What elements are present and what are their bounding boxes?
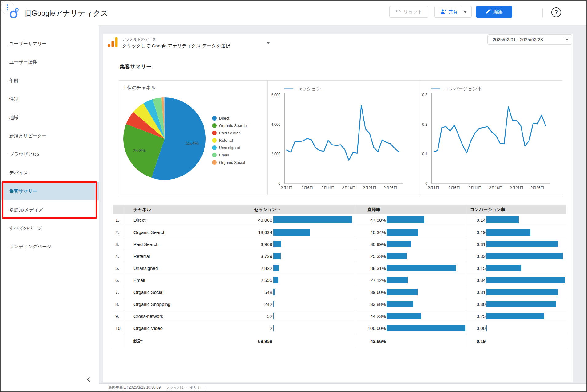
- cvr-bar: [486, 289, 558, 295]
- share-dropdown-caret[interactable]: [461, 6, 470, 17]
- y-axis-tick-label: 2,000: [271, 152, 280, 156]
- legend-dot-icon: [212, 145, 217, 150]
- legend-label: Paid Search: [219, 131, 241, 135]
- sidebar-item-acquisition-summary[interactable]: 集客サマリー: [1, 182, 99, 200]
- sessions-line-chart[interactable]: セッション02,0004,0006,0002月1日2月6日2月11日2月16日2…: [268, 81, 419, 195]
- total-sessions: 69,958: [236, 334, 272, 348]
- bounce-bar: [387, 313, 421, 319]
- sessions-bar: [273, 301, 274, 307]
- cvr-bar: [486, 253, 563, 259]
- reset-button[interactable]: リセット: [389, 6, 428, 18]
- row-sessions-value: 2,822: [236, 262, 272, 274]
- sidebar-item-user-attributes[interactable]: ユーザー属性: [1, 53, 99, 71]
- bounce-bar: [387, 241, 411, 247]
- table-row-organic-shopping[interactable]: 8.Organic Shopping24233.88%0.30: [113, 298, 566, 310]
- x-axis-tick-label: 2月11日: [321, 186, 335, 190]
- table-row-organic-search[interactable]: 2.Organic Search18,63440.34%0.19: [113, 226, 566, 238]
- total-cvr: 0.19: [449, 334, 486, 348]
- cvr-bar: [486, 216, 519, 223]
- row-sessions-value: 548: [236, 286, 272, 298]
- table-row-referral[interactable]: 4.Referral3,73925.33%0.33: [113, 250, 566, 262]
- row-rank: 7.: [115, 286, 126, 298]
- conversion-line-chart[interactable]: コンバージョン率00.10.20.32月1日2月6日2月11日2月16日2月21…: [419, 81, 563, 195]
- table-row-organic-social[interactable]: 7.Organic Social54839.60%0.31: [113, 286, 566, 298]
- cvr-bar: [486, 301, 556, 307]
- row-channel: Cross-network: [133, 310, 226, 322]
- legend-item-Paid Search: Paid Search: [212, 129, 247, 137]
- column-divider: [466, 205, 466, 348]
- question-mark-icon: ?: [554, 9, 558, 16]
- share-button[interactable]: 共有: [434, 6, 472, 18]
- sidebar-item-user-summary[interactable]: ユーザーサマリー: [1, 34, 99, 53]
- sidebar-collapse-button[interactable]: [82, 376, 96, 385]
- sidebar-item-label: ユーザーサマリー: [9, 41, 47, 47]
- sidebar-item-label: 参照元/メディア: [9, 207, 43, 213]
- table-row-direct[interactable]: 1.Direct40,00847.98%0.14: [113, 214, 566, 226]
- row-rank: 3.: [115, 238, 126, 250]
- sidebar-item-landing-pages[interactable]: ランディングページ: [1, 237, 99, 256]
- sidebar-item-age[interactable]: 年齢: [1, 71, 99, 90]
- google-analytics-icon: [107, 37, 118, 49]
- legend-label: Referral: [219, 138, 233, 143]
- last-updated-text: 最終更新日: 2025/3/23 10:30:09: [108, 385, 161, 390]
- x-axis-tick-label: 2月16日: [489, 186, 502, 190]
- cvr-bar: [486, 229, 530, 236]
- total-label: 総計: [133, 334, 226, 348]
- legend-label: Organic Social: [219, 160, 245, 165]
- y-axis-tick-label: 6,000: [271, 93, 280, 97]
- edit-button[interactable]: 編集: [476, 6, 512, 18]
- row-bounce-value: 30.99%: [350, 238, 386, 250]
- chevron-left-icon: [87, 377, 91, 384]
- row-bounce-value: 44.23%: [350, 310, 386, 322]
- row-sessions-value: 2: [236, 322, 272, 334]
- legend-item-Email: Email: [212, 151, 247, 159]
- legend-label: Direct: [219, 116, 229, 121]
- sidebar-item-all-pages[interactable]: すべてのページ: [1, 219, 99, 237]
- toolbar-divider: [542, 8, 543, 18]
- sidebar-page-list: ユーザーサマリーユーザー属性年齢性別地域新規とリピーターブラウザとOSデバイス集…: [1, 25, 99, 256]
- data-source-selector[interactable]: デフォルトのデータ クリックして Google アナリティクス データを選択: [107, 37, 230, 49]
- row-channel: Referral: [133, 250, 226, 262]
- sidebar-item-source-medium[interactable]: 参照元/メディア: [1, 200, 99, 219]
- sidebar-item-label: 集客サマリー: [9, 188, 37, 194]
- help-button[interactable]: ?: [551, 7, 561, 17]
- row-bounce-value: 27.12%: [350, 274, 386, 286]
- bounce-bar: [387, 277, 408, 283]
- date-range-value: 2025/02/01 - 2025/02/28: [493, 37, 543, 42]
- table-row-cross-network[interactable]: 9.Cross-network5244.23%0.25: [113, 310, 566, 322]
- sidebar-item-browser-os[interactable]: ブラウザとOS: [1, 145, 99, 164]
- legend-label: Email: [219, 153, 229, 157]
- privacy-policy-link[interactable]: プライバシー ポリシー: [166, 385, 205, 390]
- sidebar-item-region[interactable]: 地域: [1, 108, 99, 127]
- table-total-row: 総計69,95843.66%0.19: [113, 334, 566, 348]
- table-row-organic-video[interactable]: 10.Organic Video2100.00%0.00: [113, 322, 566, 334]
- page-navigation-sidebar: ユーザーサマリーユーザー属性年齢性別地域新規とリピーターブラウザとOSデバイス集…: [1, 25, 99, 392]
- table-row-unassigned[interactable]: 5.Unassigned2,82288.31%0.15: [113, 262, 566, 274]
- col-header-sessions[interactable]: セッション: [236, 205, 280, 214]
- row-channel: Email: [133, 274, 226, 286]
- sidebar-item-label: ブラウザとOS: [9, 152, 39, 157]
- sessions-bar: [273, 325, 274, 331]
- data-source-caret-icon[interactable]: [267, 44, 270, 50]
- row-channel: Paid Search: [133, 238, 226, 250]
- date-range-picker[interactable]: 2025/02/01 - 2025/02/28: [487, 34, 572, 45]
- legend-label: Unassigned: [219, 145, 240, 150]
- charts-row: 上位のチャネル 55.4%25.8% DirectOrganic SearchP…: [119, 80, 562, 195]
- sessions-bar: [273, 229, 310, 236]
- col-header-bounce-rate[interactable]: 直帰率: [344, 205, 380, 214]
- row-sessions-value: 242: [236, 298, 272, 310]
- row-rank: 8.: [115, 298, 126, 310]
- table-row-paid-search[interactable]: 3.Paid Search3,96930.99%0.31: [113, 238, 566, 250]
- data-series-line: [287, 105, 399, 160]
- data-series-line: [434, 107, 546, 153]
- col-header-conversion-rate[interactable]: コンバージョン率: [470, 205, 532, 214]
- sidebar-item-gender[interactable]: 性別: [1, 90, 99, 108]
- table-row-email[interactable]: 6.Email2,55527.12%0.34: [113, 274, 566, 286]
- cvr-bar: [486, 325, 487, 331]
- sidebar-item-device[interactable]: デバイス: [1, 164, 99, 182]
- sidebar-item-new-vs-returning[interactable]: 新規とリピーター: [1, 127, 99, 145]
- bounce-bar: [387, 265, 456, 271]
- row-rank: 9.: [115, 310, 126, 322]
- row-rank: 4.: [115, 250, 126, 262]
- col-header-channel[interactable]: チャネル: [133, 205, 226, 214]
